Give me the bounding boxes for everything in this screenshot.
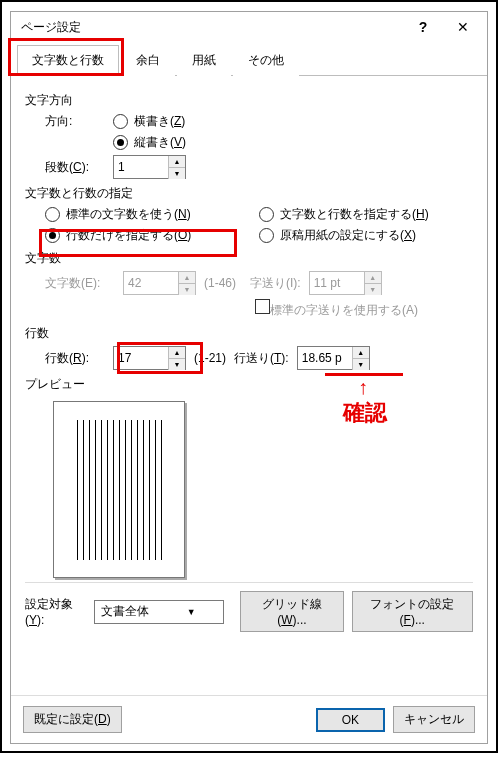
gridlines-button[interactable]: グリッド線(W)... xyxy=(240,591,343,632)
ok-button[interactable]: OK xyxy=(316,708,385,732)
char-pitch-spin: ▲▼ xyxy=(309,271,382,295)
chevron-down-icon[interactable]: ▼ xyxy=(169,359,185,370)
lines-label: 行数(R): xyxy=(45,350,105,367)
apply-to-select[interactable]: 文書全体▼ xyxy=(94,600,224,624)
section-chars: 文字数 xyxy=(25,250,473,267)
chevron-up-icon[interactable]: ▲ xyxy=(353,347,369,359)
chevron-down-icon: ▼ xyxy=(159,607,223,617)
close-button[interactable]: ✕ xyxy=(443,13,483,41)
radio-specify-both[interactable]: 文字数と行数を指定する(H) xyxy=(259,206,429,223)
chevron-down-icon[interactable]: ▼ xyxy=(169,168,185,179)
lines-input[interactable] xyxy=(114,348,168,368)
radio-standard-chars[interactable]: 標準の文字数を使う(N) xyxy=(45,206,191,223)
tab-strip: 文字数と行数 余白 用紙 その他 xyxy=(11,44,487,76)
section-preview: プレビュー xyxy=(25,376,473,393)
chevron-up-icon[interactable]: ▲ xyxy=(169,156,185,168)
direction-label: 方向: xyxy=(45,113,105,130)
section-text-direction: 文字方向 xyxy=(25,92,473,109)
radio-vertical[interactable]: 縦書き(V) xyxy=(113,134,186,151)
radio-lines-only[interactable]: 行数だけを指定する(O) xyxy=(45,227,191,244)
annotation-arrow-icon: ↑ xyxy=(358,376,368,399)
chars-spin: ▲▼ xyxy=(123,271,196,295)
preview-pane xyxy=(53,401,185,578)
columns-spin[interactable]: ▲▼ xyxy=(113,155,186,179)
set-default-button[interactable]: 既定に設定(D) xyxy=(23,706,122,733)
window-title: ページ設定 xyxy=(15,19,403,36)
tab-margins[interactable]: 余白 xyxy=(121,45,175,76)
tab-chars-lines[interactable]: 文字数と行数 xyxy=(17,45,119,76)
apply-to-label: 設定対象(Y): xyxy=(25,596,86,627)
chars-label: 文字数(E): xyxy=(45,275,115,292)
section-grid-spec: 文字数と行数の指定 xyxy=(25,185,473,202)
chk-standard-pitch: 標準の字送りを使用する(A) xyxy=(255,299,418,319)
chars-range: (1-46) xyxy=(204,276,236,290)
chevron-up-icon[interactable]: ▲ xyxy=(169,347,185,359)
line-pitch-label: 行送り(T): xyxy=(234,350,289,367)
lines-range: (1-21) xyxy=(194,351,226,365)
cancel-button[interactable]: キャンセル xyxy=(393,706,475,733)
titlebar: ページ設定 ? ✕ xyxy=(11,12,487,42)
help-button[interactable]: ? xyxy=(403,13,443,41)
tab-other[interactable]: その他 xyxy=(233,45,299,76)
lines-spin[interactable]: ▲▼ xyxy=(113,346,186,370)
radio-horizontal[interactable]: 横書き(Z) xyxy=(113,113,185,130)
annotation-confirm: 確認 xyxy=(343,398,387,428)
line-pitch-input[interactable] xyxy=(298,348,352,368)
font-settings-button[interactable]: フォントの設定(F)... xyxy=(352,591,473,632)
section-lines: 行数 xyxy=(25,325,473,342)
tab-paper[interactable]: 用紙 xyxy=(177,45,231,76)
columns-label: 段数(C): xyxy=(45,159,105,176)
columns-input[interactable] xyxy=(114,157,168,177)
line-pitch-spin[interactable]: ▲▼ xyxy=(297,346,370,370)
radio-manuscript[interactable]: 原稿用紙の設定にする(X) xyxy=(259,227,416,244)
dialog-footer: 既定に設定(D) OK キャンセル xyxy=(11,695,487,743)
char-pitch-label: 字送り(I): xyxy=(250,275,301,292)
chevron-down-icon[interactable]: ▼ xyxy=(353,359,369,370)
